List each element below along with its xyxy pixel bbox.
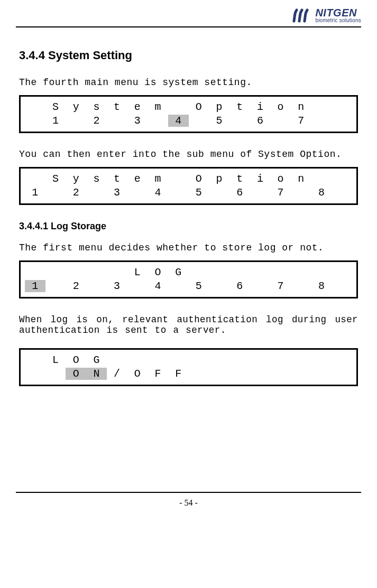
lcd-cell <box>332 101 352 113</box>
lcd-cell: / <box>107 368 127 380</box>
lcd-cell <box>332 115 352 127</box>
lcd-cell <box>107 266 127 278</box>
lcd-cell <box>332 280 352 292</box>
paragraph-submenu: You can then enter into the sub menu of … <box>19 149 358 160</box>
lcd-cell: p <box>209 173 229 185</box>
lcd-cell <box>270 115 291 127</box>
page-footer: - 54 - <box>16 492 361 508</box>
brand-tagline: biometric solutions <box>315 18 361 23</box>
lcd-cell: 2 <box>86 115 107 127</box>
subsection-heading: 3.4.4.1 Log Storage <box>19 221 358 232</box>
lcd-cell: e <box>127 101 148 113</box>
lcd-cell: 6 <box>250 115 271 127</box>
lcd-cell: 2 <box>66 186 86 199</box>
lcd-cell: s <box>86 173 107 185</box>
lcd-cell: e <box>127 173 148 185</box>
lcd-cell <box>25 173 45 185</box>
lcd-display-4: LOG ON/OFF <box>19 348 358 386</box>
lcd-cell: S <box>45 101 66 113</box>
lcd-cell <box>291 354 311 366</box>
lcd-cell <box>209 354 229 366</box>
lcd-cell: 3 <box>127 115 148 127</box>
brand-logo: NITGEN biometric solutions <box>292 7 361 23</box>
lcd-cell: p <box>209 101 229 113</box>
lcd-cell: L <box>45 354 66 366</box>
lcd-cell: O <box>189 173 209 185</box>
lcd-cell <box>168 101 189 113</box>
lcd-cell: 1 <box>25 186 45 199</box>
lcd-cell: 6 <box>229 280 250 292</box>
lcd-cell <box>250 354 271 366</box>
lcd-cell: 2 <box>66 280 86 292</box>
lcd-cell <box>311 354 332 366</box>
lcd-cell: 5 <box>189 186 209 199</box>
lcd-cell: G <box>86 354 107 366</box>
lcd-cell <box>25 101 45 113</box>
lcd-cell: F <box>148 368 168 380</box>
lcd-cell: t <box>107 101 127 113</box>
lcd-cell <box>66 115 86 127</box>
lcd-cell <box>66 266 86 278</box>
lcd-cell <box>270 354 291 366</box>
lcd-cell <box>291 186 311 199</box>
lcd-cell <box>209 186 229 199</box>
lcd-cell <box>168 354 189 366</box>
lcd-cell <box>229 354 250 366</box>
lcd-cell: 7 <box>270 186 291 199</box>
page-number: - 54 - <box>179 498 198 507</box>
lcd-cell <box>107 115 127 127</box>
lcd-cell: S <box>45 173 66 185</box>
lcd-cell <box>291 280 311 292</box>
lcd-cell: y <box>66 101 86 113</box>
lcd-cell <box>209 280 229 292</box>
lcd-cell <box>168 173 189 185</box>
lcd-cell <box>332 354 352 366</box>
lcd-cell: 7 <box>270 280 291 292</box>
lcd-cell: n <box>291 101 311 113</box>
lcd-cell <box>250 266 271 278</box>
lcd-cell <box>45 186 66 199</box>
lcd-cell <box>311 368 332 380</box>
lcd-cell: 5 <box>209 115 229 127</box>
lcd-cell: s <box>86 101 107 113</box>
lcd-cell <box>86 280 107 292</box>
lcd-cell: L <box>127 266 148 278</box>
lcd-cell: 3 <box>107 186 127 199</box>
lcd-cell <box>250 186 271 199</box>
lcd-cell: i <box>250 173 271 185</box>
lcd-cell: F <box>168 368 189 380</box>
lcd-cell: O <box>127 368 148 380</box>
lcd-cell <box>127 354 148 366</box>
lcd-cell <box>45 266 66 278</box>
lcd-cell: O <box>148 266 168 278</box>
lcd-cell <box>291 266 311 278</box>
lcd-display-3: LOG 1 2 3 4 5 6 7 8 <box>19 260 358 298</box>
lcd-cell: O <box>189 101 209 113</box>
lcd-cell: t <box>229 101 250 113</box>
lcd-cell: n <box>291 173 311 185</box>
lcd-cell <box>86 266 107 278</box>
lcd-cell <box>127 186 148 199</box>
lcd-cell: m <box>148 101 168 113</box>
lcd-cell <box>270 368 291 380</box>
lcd-cell <box>270 266 291 278</box>
lcd-cell <box>107 354 127 366</box>
lcd-display-1: System Option 1 2 3 4 5 6 7 <box>19 95 358 133</box>
lcd-cell: 5 <box>189 280 209 292</box>
lcd-cell <box>127 280 148 292</box>
lcd-cell <box>311 173 332 185</box>
lcd-cell <box>311 266 332 278</box>
lcd-cell: 1 <box>45 115 66 127</box>
brand-name: NITGEN <box>315 7 361 18</box>
lcd-cell: 4 <box>168 115 189 127</box>
lcd-cell <box>332 186 352 199</box>
lcd-cell <box>25 368 45 380</box>
lcd-cell <box>189 354 209 366</box>
paragraph-intro: The fourth main menu is system setting. <box>19 77 358 88</box>
lcd-cell: N <box>86 368 107 380</box>
lcd-cell <box>189 368 209 380</box>
header: NITGEN biometric solutions <box>16 7 361 27</box>
lcd-cell: i <box>250 101 271 113</box>
lcd-cell <box>229 368 250 380</box>
lcd-cell: y <box>66 173 86 185</box>
